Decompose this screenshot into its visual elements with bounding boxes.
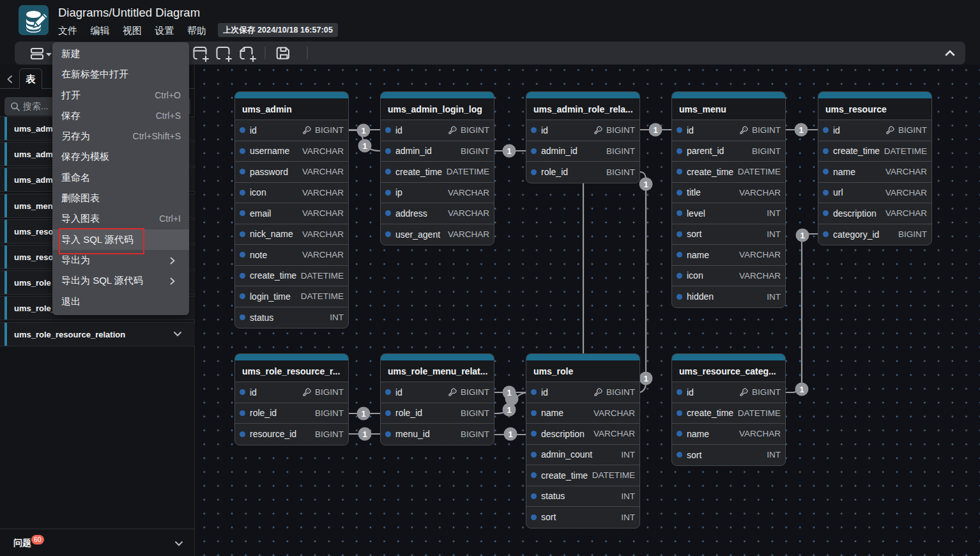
svg-text:1: 1 (799, 125, 803, 135)
svg-text:1: 1 (361, 126, 365, 135)
svg-text:1: 1 (362, 429, 367, 439)
svg-text:1: 1 (507, 405, 511, 415)
svg-text:1: 1 (507, 388, 511, 398)
svg-text:1: 1 (643, 180, 648, 189)
svg-text:1: 1 (361, 409, 365, 419)
svg-text:1: 1 (508, 429, 512, 439)
svg-text:1: 1 (507, 146, 511, 156)
svg-text:1: 1 (653, 125, 657, 135)
svg-text:1: 1 (643, 374, 648, 383)
svg-text:1: 1 (800, 231, 804, 240)
svg-text:1: 1 (362, 141, 367, 151)
svg-text:1: 1 (799, 385, 804, 394)
